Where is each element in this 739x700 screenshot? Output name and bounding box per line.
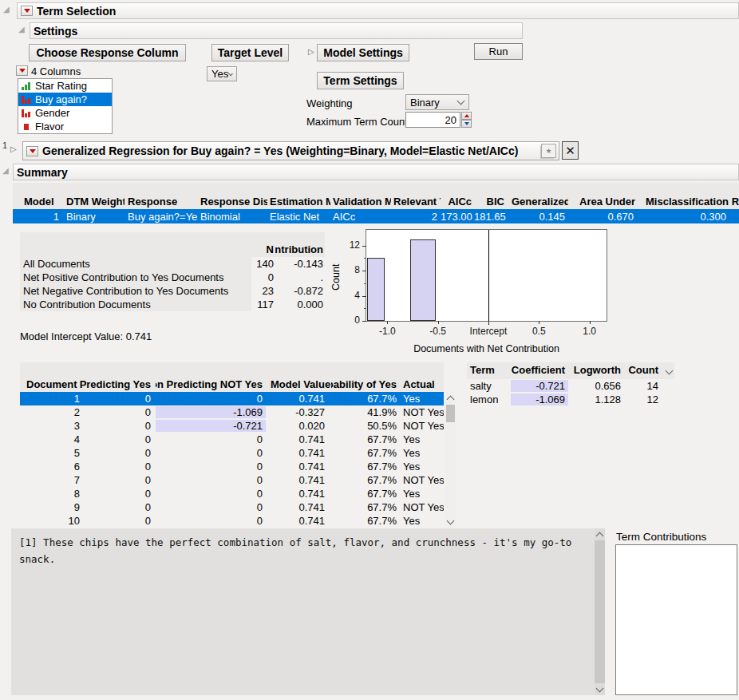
close-button[interactable]: ✕	[562, 141, 579, 160]
document-row[interactable]: 3 0 -0.721 0.020 50.5% NOT Yes	[20, 419, 444, 433]
column-header: Misclassification Rate	[637, 183, 739, 209]
probability-of-yes: 41.9%	[331, 406, 399, 418]
stats-row-label: No Contribution Documents	[20, 298, 251, 311]
stats-row[interactable]: Net Negative Contribution to Yes Documen…	[20, 284, 325, 298]
document-row[interactable]: 10 0 0 0.741 67.7% Yes	[20, 514, 444, 528]
bookmark-icon[interactable]: ★	[541, 144, 556, 158]
document-row[interactable]: 6 0 0 0.741 67.7% Yes	[20, 460, 444, 473]
disclosure-open-icon[interactable]: ◢	[3, 6, 10, 14]
contribution-predicting-not-yes: 0	[156, 488, 266, 500]
scroll-up-button[interactable]	[595, 528, 605, 540]
contribution-predicting-yes: 0	[80, 420, 156, 432]
contribution-predicting-not-yes: 0	[156, 515, 266, 527]
contribution-predicting-yes: 0	[80, 433, 156, 445]
stats-row[interactable]: No Contribution Documents 117 0.000	[20, 298, 325, 311]
column-header[interactable]: Count	[622, 364, 663, 378]
document-row[interactable]: 5 0 0 0.741 67.7% Yes	[20, 446, 444, 460]
empty-header	[20, 232, 251, 257]
run-button[interactable]: Run	[474, 43, 523, 60]
column-header: Validation Method	[330, 183, 391, 209]
actual-value: Yes	[399, 447, 444, 459]
red-triangle-menu-icon[interactable]	[26, 146, 38, 156]
stats-row[interactable]: Net Positive Contribution to Yes Documen…	[20, 271, 325, 284]
column-header: Model	[13, 183, 62, 209]
document-row[interactable]: 9 0 0 0.741 67.7% NOT Yes	[20, 500, 444, 514]
document-id: 1	[20, 393, 80, 405]
column-list-item[interactable]: Flavor	[18, 120, 112, 133]
disclosure-open-icon[interactable]: ◢	[2, 167, 9, 175]
target-level-button[interactable]: Target Level	[211, 44, 289, 61]
contribution-predicting-yes: 0	[80, 447, 156, 459]
document-row[interactable]: 8 0 0 0.741 67.7% Yes	[20, 487, 444, 500]
summary-header: Summary	[13, 164, 739, 180]
contribution-predicting-yes: 0	[80, 393, 156, 405]
stats-mean-value: -0.872	[275, 285, 325, 297]
term-row[interactable]: salty -0.721 0.656 14	[467, 379, 674, 393]
summary-table-row[interactable]: 1 Binary Buy again?=Yes Binomial Elastic…	[13, 209, 739, 223]
term-row[interactable]: lemon -1.069 1.128 12	[467, 393, 674, 406]
actual-value: NOT Yes	[399, 420, 444, 432]
scrollbar-thumb[interactable]	[446, 405, 455, 422]
stats-row[interactable]: All Documents 140 -0.143	[20, 257, 325, 271]
stepper-up-button[interactable]	[461, 112, 472, 120]
term-count: 14	[622, 380, 663, 392]
stats-row-label: All Documents	[20, 257, 251, 271]
disclosure-closed-icon[interactable]: ▷	[10, 145, 17, 153]
model-report-title: Generalized Regression for Buy again? = …	[42, 144, 518, 157]
model-number: 1	[13, 211, 62, 223]
weighting-dropdown[interactable]: Binary	[405, 94, 469, 110]
red-triangle-menu-icon[interactable]	[21, 6, 33, 16]
choose-response-column-button[interactable]: Choose Response Column	[29, 44, 186, 61]
document-text-viewer[interactable]: [1] These chips have the perfect combina…	[11, 528, 595, 695]
settings-header: Settings	[30, 22, 523, 39]
term-settings-button[interactable]: Term Settings	[317, 72, 404, 89]
contribution-stats-table: N Mean Contribution All Documents 140 -0…	[20, 232, 325, 311]
weighting-value: Binary	[410, 97, 440, 109]
document-row[interactable]: 1 0 0 0.741 67.7% Yes	[20, 392, 444, 405]
target-level-dropdown[interactable]: Yes	[207, 66, 237, 81]
documents-table-scrollbar[interactable]	[445, 392, 456, 528]
disclosure-closed-icon[interactable]: ▷	[308, 48, 314, 56]
contribution-predicting-not-yes: 0	[156, 461, 266, 473]
column-header[interactable]: Coefficient	[511, 364, 568, 378]
probability-of-yes: 67.7%	[331, 501, 399, 513]
document-id: 6	[20, 461, 80, 473]
histogram-bar[interactable]	[367, 258, 385, 321]
chevron-down-icon	[447, 516, 455, 524]
scroll-down-button[interactable]	[595, 683, 605, 695]
red-triangle-menu-icon[interactable]	[16, 65, 28, 76]
actual-value: Yes	[399, 461, 444, 473]
term-selection-title: Term Selection	[37, 5, 116, 18]
max-term-count-input[interactable]	[405, 112, 460, 128]
document-row[interactable]: 7 0 0 0.741 67.7% NOT Yes	[20, 473, 444, 487]
stepper-down-button[interactable]	[461, 120, 472, 128]
column-list-item[interactable]: Buy again?	[18, 93, 112, 106]
response-column-list[interactable]: Star Rating Buy again? Gender Flavor	[18, 78, 113, 134]
scroll-down-button[interactable]	[445, 516, 456, 528]
misclassification-rate: 0.300	[637, 211, 739, 223]
column-header[interactable]: Logworth	[568, 364, 622, 378]
document-row[interactable]: 4 0 0 0.741 67.7% Yes	[20, 433, 444, 446]
area-under-curve: 0.670	[568, 211, 637, 223]
document-text: [1] These chips have the perfect combina…	[19, 536, 571, 565]
stats-mean-value: -0.143	[275, 258, 325, 270]
term-name: lemon	[467, 394, 511, 405]
settings-title: Settings	[34, 25, 77, 38]
model-settings-button[interactable]: Model Settings	[317, 44, 409, 61]
term-contributions-title: Term Contributions	[616, 531, 706, 543]
sort-button[interactable]	[663, 368, 674, 374]
actual-value: NOT Yes	[399, 406, 444, 418]
document-id: 2	[20, 406, 80, 418]
model-value: 0.741	[266, 461, 331, 473]
column-list-item[interactable]: Star Rating	[18, 79, 112, 93]
column-list-item[interactable]: Gender	[18, 106, 112, 120]
document-viewer-scrollbar[interactable]	[595, 528, 605, 695]
y-axis-tick	[362, 271, 366, 271]
column-header[interactable]: Term	[467, 364, 511, 378]
term-contributions-panel	[615, 544, 737, 695]
histogram-bar[interactable]	[410, 239, 436, 321]
scroll-up-button[interactable]	[445, 392, 456, 404]
disclosure-open-icon[interactable]: ◢	[18, 26, 25, 34]
document-row[interactable]: 2 0 -1.069 -0.327 41.9% NOT Yes	[20, 405, 444, 419]
net-contribution-histogram[interactable]: -1.0-0.5Intercept0.51.004812	[366, 229, 607, 322]
